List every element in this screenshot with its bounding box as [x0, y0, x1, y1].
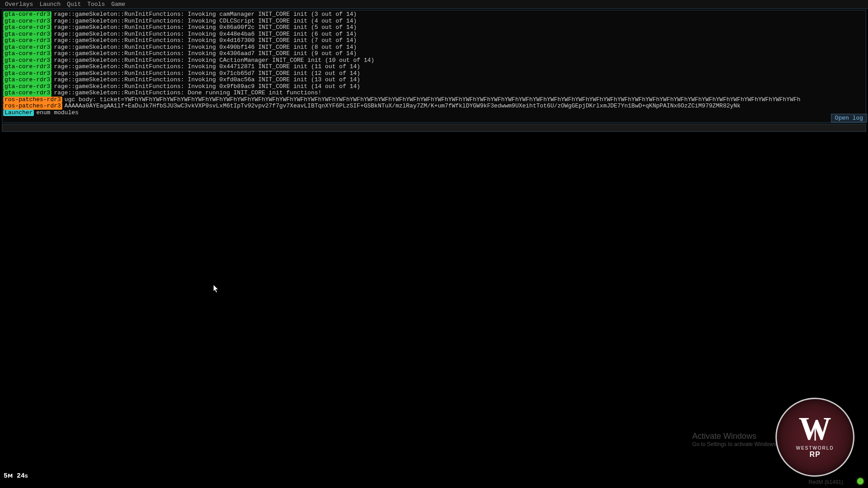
log-line: gta-core-rdr3rage::gameSkeleton::RunInit…: [3, 11, 865, 18]
menu-launch[interactable]: Launch: [36, 1, 64, 8]
log-tag: ros-patches-rdr3: [3, 103, 62, 110]
log-line: gta-core-rdr3rage::gameSkeleton::RunInit…: [3, 57, 865, 64]
client-version-status: RedM (b1491): [808, 479, 843, 485]
log-message: rage::gameSkeleton::RunInitFunctions: In…: [54, 11, 357, 18]
menu-tools[interactable]: Tools: [84, 1, 108, 8]
server-logo-badge: W WESTWORLD RP: [775, 398, 854, 477]
log-tag: Launcher: [3, 110, 34, 116]
log-tag: ros-patches-rdr3: [3, 97, 62, 103]
watermark-title: Activate Windows: [692, 432, 778, 441]
log-tag: gta-core-rdr3: [3, 70, 51, 77]
menu-quit[interactable]: Quit: [64, 1, 84, 8]
windows-activation-watermark: Activate Windows Go to Settings to activ…: [692, 432, 778, 447]
log-tag: gta-core-rdr3: [3, 31, 51, 38]
log-message: rage::gameSkeleton::RunInitFunctions: In…: [54, 77, 360, 84]
log-tag: gta-core-rdr3: [3, 51, 51, 57]
log-line: gta-core-rdr3rage::gameSkeleton::RunInit…: [3, 18, 865, 25]
log-panel[interactable]: gta-core-rdr3rage::gameSkeleton::RunInit…: [2, 10, 866, 123]
log-tag: gta-core-rdr3: [3, 57, 51, 64]
log-lines-container: gta-core-rdr3rage::gameSkeleton::RunInit…: [2, 10, 866, 117]
log-line: gta-core-rdr3rage::gameSkeleton::RunInit…: [3, 44, 865, 51]
watermark-subtitle: Go to Settings to activate Windows.: [692, 441, 778, 447]
console-input[interactable]: [2, 124, 866, 132]
log-message: enum modules: [36, 110, 79, 116]
log-message: rage::gameSkeleton::RunInitFunctions: In…: [54, 51, 357, 57]
log-line: gta-core-rdr3rage::gameSkeleton::RunInit…: [3, 31, 865, 38]
log-line: gta-core-rdr3rage::gameSkeleton::RunInit…: [3, 37, 865, 44]
log-message: rage::gameSkeleton::RunInitFunctions: In…: [54, 24, 357, 31]
log-message: rage::gameSkeleton::RunInitFunctions: In…: [54, 64, 360, 70]
log-message: rage::gameSkeleton::RunInitFunctions: In…: [54, 18, 357, 25]
log-message: rage::gameSkeleton::RunInitFunctions: In…: [54, 57, 374, 64]
log-message: rage::gameSkeleton::RunInitFunctions: In…: [54, 44, 357, 51]
menubar: Overlays Launch Quit Tools Game: [0, 0, 868, 9]
log-line: ros-patches-rdr3ugc body: ticket=YWFhYWF…: [3, 97, 865, 103]
menu-game[interactable]: Game: [108, 1, 128, 8]
log-line: gta-core-rdr3rage::gameSkeleton::RunInit…: [3, 64, 865, 70]
log-tag: gta-core-rdr3: [3, 11, 51, 18]
log-message: AAAAAa0AYEagAA1lf+EaDuJk7HfbSJU3wC3vkVXP…: [65, 103, 741, 110]
log-line: gta-core-rdr3rage::gameSkeleton::RunInit…: [3, 77, 865, 84]
log-line: gta-core-rdr3rage::gameSkeleton::RunInit…: [3, 70, 865, 77]
log-line: gta-core-rdr3rage::gameSkeleton::RunInit…: [3, 84, 865, 90]
mouse-cursor-icon: [213, 284, 218, 293]
log-line: gta-core-rdr3rage::gameSkeleton::RunInit…: [3, 90, 865, 97]
log-tag: gta-core-rdr3: [3, 77, 51, 84]
log-message: rage::gameSkeleton::RunInitFunctions: In…: [54, 31, 357, 38]
log-tag: gta-core-rdr3: [3, 84, 51, 90]
log-line: ros-patches-rdr3AAAAAa0AYEagAA1lf+EaDuJk…: [3, 103, 865, 110]
logo-letter: W: [799, 416, 831, 442]
log-tag: gta-core-rdr3: [3, 64, 51, 70]
menu-overlays[interactable]: Overlays: [2, 1, 36, 8]
log-message: rage::gameSkeleton::RunInitFunctions: In…: [54, 84, 360, 90]
log-message: rage::gameSkeleton::RunInitFunctions: Do…: [54, 90, 321, 97]
log-tag: gta-core-rdr3: [3, 18, 51, 25]
logo-rp-text: RP: [809, 451, 820, 459]
log-message: ugc body: ticket=YWFhYWFhYWFhYWFhYWFhYWF…: [65, 97, 800, 103]
log-line: Launcherenum modules: [3, 110, 865, 116]
log-tag: gta-core-rdr3: [3, 44, 51, 51]
log-tag: gta-core-rdr3: [3, 90, 51, 97]
open-log-button[interactable]: Open log: [831, 114, 867, 122]
log-line: gta-core-rdr3rage::gameSkeleton::RunInit…: [3, 51, 865, 57]
log-tag: gta-core-rdr3: [3, 24, 51, 31]
log-message: rage::gameSkeleton::RunInitFunctions: In…: [54, 37, 357, 44]
session-timer: 5ᴍ 24s: [4, 471, 28, 480]
connection-status-icon: [857, 478, 863, 484]
log-message: rage::gameSkeleton::RunInitFunctions: In…: [54, 70, 360, 77]
log-line: gta-core-rdr3rage::gameSkeleton::RunInit…: [3, 24, 865, 31]
log-tag: gta-core-rdr3: [3, 37, 51, 44]
